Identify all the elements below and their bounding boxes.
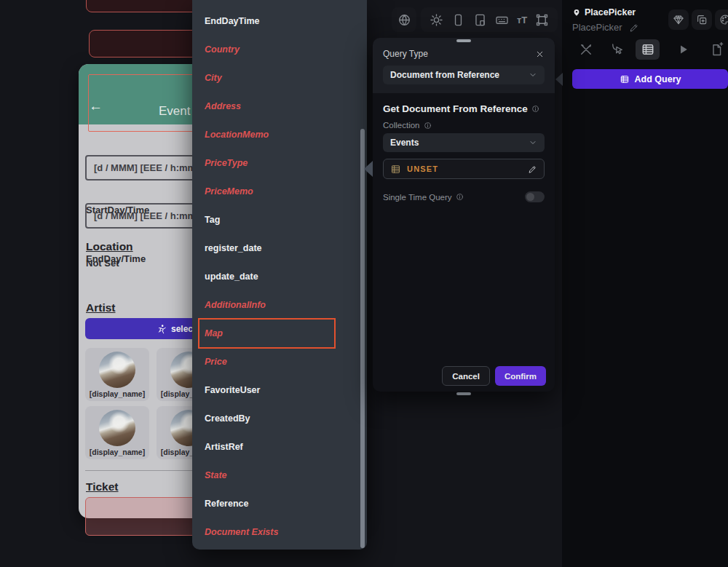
- tab-properties-icon[interactable]: [579, 42, 593, 57]
- phone-device-icon[interactable]: [451, 13, 465, 27]
- field-menu-item-city[interactable]: City: [192, 64, 367, 92]
- reference-value-field[interactable]: UNSET: [383, 159, 545, 179]
- field-menu-item-document-exists[interactable]: Document Exists: [192, 518, 367, 547]
- canvas-transform-icon[interactable]: [535, 13, 549, 27]
- field-menu-item-label: State: [205, 470, 227, 480]
- cancel-button[interactable]: Cancel: [442, 366, 490, 386]
- query-list-icon: [390, 164, 401, 175]
- tab-notes-icon[interactable]: [710, 42, 724, 57]
- tablet-device-icon[interactable]: [473, 13, 487, 27]
- theme-brightness-icon[interactable]: [430, 13, 443, 27]
- field-menu-item-label: AdditionalInfo: [205, 300, 266, 310]
- collection-dropdown[interactable]: Events: [383, 133, 545, 152]
- artist-card[interactable]: [display_name]: [85, 406, 149, 459]
- close-icon[interactable]: [535, 49, 545, 59]
- field-menu-item-additionalinfo[interactable]: AdditionalInfo: [192, 291, 367, 320]
- query-type-title: Query Type: [383, 49, 428, 59]
- field-menu-item-label: CreatedBy: [205, 413, 250, 424]
- chevron-down-icon: [529, 71, 537, 79]
- properties-panel: PlacePicker PlacePicker Add Query: [562, 0, 728, 567]
- add-query-label: Add Query: [635, 74, 681, 84]
- text-scale-icon[interactable]: тT: [517, 15, 527, 25]
- field-menu-item-label: Price: [205, 357, 227, 367]
- field-menu-panel: EndDayTimeCountryCityAddressLocationMemo…: [192, 0, 367, 550]
- section-title: Get Document From Reference: [383, 103, 528, 114]
- info-icon[interactable]: [424, 122, 432, 130]
- gem-button[interactable]: [668, 9, 689, 30]
- field-menu-item-map[interactable]: Map: [192, 320, 367, 348]
- gem-icon: [673, 14, 684, 25]
- field-menu-item-pricememo[interactable]: PriceMemo: [192, 178, 367, 206]
- field-menu-item-label: City: [205, 73, 222, 83]
- query-type-value: Document from Reference: [390, 70, 499, 80]
- field-menu-item-address[interactable]: Address: [192, 92, 367, 121]
- artist-display-name: [display_name]: [85, 389, 149, 398]
- field-menu-item-register_date[interactable]: register_date: [192, 234, 367, 263]
- field-menu-item-artistref[interactable]: ArtistRef: [192, 433, 367, 461]
- toolbar-display-group: тT: [421, 7, 558, 32]
- tab-actions-icon[interactable]: [610, 42, 625, 57]
- field-menu-item-update_date[interactable]: update_date: [192, 263, 367, 291]
- field-menu-item-label: ArtistRef: [205, 442, 243, 452]
- widget-name-field[interactable]: PlacePicker: [572, 22, 622, 33]
- single-time-label: Single Time Query: [383, 193, 452, 202]
- field-menu-item-tag[interactable]: Tag: [192, 206, 367, 234]
- karate-icon: [157, 324, 167, 334]
- artist-card[interactable]: [display_name]: [85, 348, 149, 401]
- field-menu-item-label: Map: [205, 328, 223, 338]
- query-panel-header: Query Type Document from Reference: [373, 38, 555, 93]
- field-menu-item-label: Document Exists: [205, 527, 278, 537]
- field-menu-item-label: LocationMemo: [205, 130, 269, 140]
- properties-panel-pointer: [555, 73, 563, 86]
- query-list-icon: [620, 74, 630, 84]
- confirm-button[interactable]: Confirm: [495, 366, 546, 386]
- rename-pencil-icon[interactable]: [629, 23, 639, 33]
- query-type-dropdown[interactable]: Document from Reference: [383, 66, 545, 84]
- field-menu-list: EndDayTimeCountryCityAddressLocationMemo…: [192, 7, 367, 547]
- artist-display-name: [display_name]: [85, 448, 149, 456]
- tab-animations-icon[interactable]: [676, 42, 690, 57]
- edit-pencil-icon[interactable]: [528, 164, 537, 174]
- globe-icon[interactable]: [397, 13, 411, 27]
- palette-icon: [719, 14, 728, 25]
- drag-handle[interactable]: [456, 39, 471, 42]
- field-menu-item-favoriteuser[interactable]: FavoriteUser: [192, 376, 367, 405]
- field-menu-item-label: update_date: [205, 271, 258, 282]
- artist-photo: [99, 410, 135, 446]
- keyboard-icon[interactable]: [495, 13, 509, 27]
- field-menu-item-country[interactable]: Country: [192, 36, 367, 64]
- location-heading[interactable]: Location: [86, 240, 133, 253]
- field-menu-item-label: Reference: [205, 499, 248, 509]
- field-menu-item-state[interactable]: State: [192, 461, 367, 490]
- tab-backend-query-icon[interactable]: [641, 42, 655, 57]
- location-value[interactable]: Not Set: [86, 258, 119, 269]
- toolbar-globe-group: [392, 7, 416, 32]
- field-menu-item-locationmemo[interactable]: LocationMemo: [192, 121, 367, 149]
- field-menu-item-label: Address: [205, 101, 241, 111]
- ticket-heading[interactable]: Ticket: [86, 480, 119, 493]
- field-menu-item-label: PriceType: [205, 158, 248, 168]
- info-icon[interactable]: [456, 193, 464, 201]
- add-query-button[interactable]: Add Query: [572, 69, 728, 89]
- unset-badge: UNSET: [407, 164, 438, 173]
- field-menu-item-label: Tag: [205, 215, 220, 225]
- query-panel: Query Type Document from Reference Get D…: [373, 38, 555, 392]
- resize-handle[interactable]: [456, 392, 471, 395]
- field-menu-item-enddaytime[interactable]: EndDayTime: [192, 7, 367, 36]
- collection-label: Collection: [383, 121, 420, 130]
- info-icon[interactable]: [531, 105, 539, 113]
- field-menu-item-price[interactable]: Price: [192, 348, 367, 376]
- artist-heading[interactable]: Artist: [86, 301, 115, 314]
- field-menu-item-pricetype[interactable]: PriceType: [192, 149, 367, 178]
- artist-photo: [99, 352, 135, 388]
- query-panel-pointer: [364, 161, 373, 177]
- single-time-toggle[interactable]: [525, 191, 545, 202]
- field-menu-scrollbar[interactable]: [360, 129, 365, 548]
- duplicate-icon: [696, 14, 708, 25]
- chevron-down-icon: [529, 138, 537, 147]
- field-menu-item-reference[interactable]: Reference: [192, 490, 367, 518]
- duplicate-button[interactable]: [692, 9, 712, 30]
- palette-button[interactable]: [715, 9, 728, 30]
- field-menu-item-createdby[interactable]: CreatedBy: [192, 405, 367, 433]
- field-menu-item-label: PriceMemo: [205, 186, 253, 197]
